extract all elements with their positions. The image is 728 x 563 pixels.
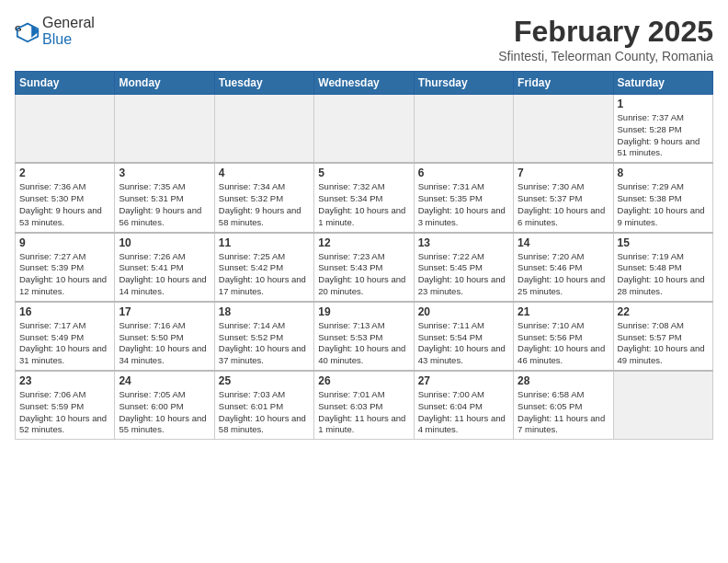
calendar-cell: 17Sunrise: 7:16 AM Sunset: 5:50 PM Dayli… [115,302,214,371]
calendar-cell: 11Sunrise: 7:25 AM Sunset: 5:42 PM Dayli… [214,233,313,302]
calendar-cell: 4Sunrise: 7:34 AM Sunset: 5:32 PM Daylig… [214,163,313,232]
day-info: Sunrise: 7:26 AM Sunset: 5:41 PM Dayligh… [119,251,210,298]
calendar-cell [414,95,513,164]
day-info: Sunrise: 7:31 AM Sunset: 5:35 PM Dayligh… [418,181,509,228]
calendar-cell: 26Sunrise: 7:01 AM Sunset: 6:03 PM Dayli… [314,371,414,440]
day-number: 4 [219,167,310,179]
day-info: Sunrise: 7:37 AM Sunset: 5:28 PM Dayligh… [618,112,709,159]
calendar-cell: 20Sunrise: 7:11 AM Sunset: 5:54 PM Dayli… [414,302,513,371]
day-info: Sunrise: 7:11 AM Sunset: 5:54 PM Dayligh… [418,320,509,367]
day-info: Sunrise: 7:34 AM Sunset: 5:32 PM Dayligh… [219,181,310,228]
calendar-cell: 15Sunrise: 7:19 AM Sunset: 5:48 PM Dayli… [613,233,712,302]
weekday-header-monday: Monday [115,72,214,95]
calendar-cell: 21Sunrise: 7:10 AM Sunset: 5:56 PM Dayli… [514,302,613,371]
day-number: 12 [318,236,409,249]
calendar-cell: 3Sunrise: 7:35 AM Sunset: 5:31 PM Daylig… [115,163,214,232]
day-number: 6 [418,167,509,179]
calendar-cell: 10Sunrise: 7:26 AM Sunset: 5:41 PM Dayli… [115,233,214,302]
calendar-cell [314,95,414,164]
day-number: 24 [119,374,210,387]
logo: G General Blue [15,15,95,48]
day-info: Sunrise: 7:06 AM Sunset: 5:59 PM Dayligh… [19,389,110,436]
day-info: Sunrise: 7:17 AM Sunset: 5:49 PM Dayligh… [19,320,110,367]
calendar-cell: 12Sunrise: 7:23 AM Sunset: 5:43 PM Dayli… [314,233,414,302]
calendar-cell: 22Sunrise: 7:08 AM Sunset: 5:57 PM Dayli… [613,302,712,371]
day-info: Sunrise: 7:29 AM Sunset: 5:38 PM Dayligh… [618,181,709,228]
month-title: February 2025 [498,15,713,49]
day-number: 3 [119,167,210,179]
day-info: Sunrise: 7:27 AM Sunset: 5:39 PM Dayligh… [19,251,110,298]
calendar-cell: 13Sunrise: 7:22 AM Sunset: 5:45 PM Dayli… [414,233,513,302]
calendar-cell: 14Sunrise: 7:20 AM Sunset: 5:46 PM Dayli… [514,233,613,302]
day-info: Sunrise: 6:58 AM Sunset: 6:05 PM Dayligh… [518,389,609,436]
day-number: 7 [518,167,609,179]
day-number: 15 [618,236,709,249]
calendar-table: SundayMondayTuesdayWednesdayThursdayFrid… [15,71,713,440]
calendar-cell: 6Sunrise: 7:31 AM Sunset: 5:35 PM Daylig… [414,163,513,232]
day-number: 9 [19,236,110,249]
calendar-cell: 7Sunrise: 7:30 AM Sunset: 5:37 PM Daylig… [514,163,613,232]
day-info: Sunrise: 7:30 AM Sunset: 5:37 PM Dayligh… [518,181,609,228]
day-info: Sunrise: 7:20 AM Sunset: 5:46 PM Dayligh… [518,251,609,298]
calendar-cell: 2Sunrise: 7:36 AM Sunset: 5:30 PM Daylig… [16,163,115,232]
calendar-cell: 8Sunrise: 7:29 AM Sunset: 5:38 PM Daylig… [613,163,712,232]
calendar-cell: 28Sunrise: 6:58 AM Sunset: 6:05 PM Dayli… [514,371,613,440]
weekday-header-saturday: Saturday [613,72,712,95]
calendar-cell [514,95,613,164]
logo-general: General [42,15,95,30]
day-info: Sunrise: 7:22 AM Sunset: 5:45 PM Dayligh… [418,251,509,298]
day-number: 11 [219,236,310,249]
day-info: Sunrise: 7:13 AM Sunset: 5:53 PM Dayligh… [318,320,409,367]
day-number: 16 [19,305,110,318]
day-number: 28 [518,374,609,387]
day-info: Sunrise: 7:05 AM Sunset: 6:00 PM Dayligh… [119,389,210,436]
day-info: Sunrise: 7:14 AM Sunset: 5:52 PM Dayligh… [219,320,310,367]
day-info: Sunrise: 7:23 AM Sunset: 5:43 PM Dayligh… [318,251,409,298]
day-number: 10 [119,236,210,249]
day-number: 17 [119,305,210,318]
page-header: G General Blue February 2025 Sfintesti, … [15,15,713,63]
day-info: Sunrise: 7:10 AM Sunset: 5:56 PM Dayligh… [518,320,609,367]
calendar-cell: 24Sunrise: 7:05 AM Sunset: 6:00 PM Dayli… [115,371,214,440]
day-number: 27 [418,374,509,387]
day-number: 25 [219,374,310,387]
day-info: Sunrise: 7:00 AM Sunset: 6:04 PM Dayligh… [418,389,509,436]
calendar-cell [214,95,313,164]
calendar-cell [16,95,115,164]
weekday-header-thursday: Thursday [414,72,513,95]
day-number: 8 [618,167,709,179]
day-number: 26 [318,374,409,387]
day-info: Sunrise: 7:25 AM Sunset: 5:42 PM Dayligh… [219,251,310,298]
day-info: Sunrise: 7:01 AM Sunset: 6:03 PM Dayligh… [318,389,409,436]
logo-text: General Blue [42,15,95,48]
calendar-cell: 27Sunrise: 7:00 AM Sunset: 6:04 PM Dayli… [414,371,513,440]
day-number: 1 [618,98,709,110]
calendar-cell: 25Sunrise: 7:03 AM Sunset: 6:01 PM Dayli… [214,371,313,440]
day-info: Sunrise: 7:19 AM Sunset: 5:48 PM Dayligh… [618,251,709,298]
day-number: 19 [318,305,409,318]
day-number: 21 [518,305,609,318]
weekday-header-wednesday: Wednesday [314,72,414,95]
day-info: Sunrise: 7:08 AM Sunset: 5:57 PM Dayligh… [618,320,709,367]
day-number: 5 [318,167,409,179]
day-info: Sunrise: 7:36 AM Sunset: 5:30 PM Dayligh… [19,181,110,228]
day-number: 2 [19,167,110,179]
calendar-cell: 19Sunrise: 7:13 AM Sunset: 5:53 PM Dayli… [314,302,414,371]
day-info: Sunrise: 7:16 AM Sunset: 5:50 PM Dayligh… [119,320,210,367]
day-number: 14 [518,236,609,249]
day-number: 18 [219,305,310,318]
logo-blue: Blue [42,31,72,47]
subtitle: Sfintesti, Teleorman County, Romania [498,49,713,63]
calendar-cell: 23Sunrise: 7:06 AM Sunset: 5:59 PM Dayli… [16,371,115,440]
calendar-cell: 18Sunrise: 7:14 AM Sunset: 5:52 PM Dayli… [214,302,313,371]
weekday-header-friday: Friday [514,72,613,95]
weekday-header-tuesday: Tuesday [214,72,313,95]
day-number: 22 [618,305,709,318]
day-number: 13 [418,236,509,249]
calendar-cell: 16Sunrise: 7:17 AM Sunset: 5:49 PM Dayli… [16,302,115,371]
weekday-header-sunday: Sunday [16,72,115,95]
title-area: February 2025 Sfintesti, Teleorman Count… [498,15,713,63]
day-number: 20 [418,305,509,318]
day-info: Sunrise: 7:35 AM Sunset: 5:31 PM Dayligh… [119,181,210,228]
day-number: 23 [19,374,110,387]
